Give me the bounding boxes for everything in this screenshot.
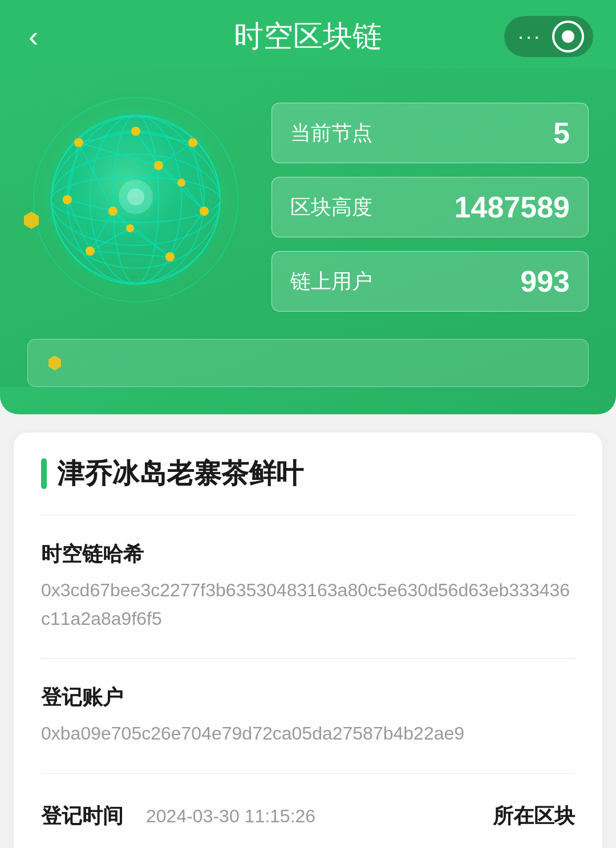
svg-point-38 (165, 252, 175, 261)
svg-point-41 (131, 127, 140, 136)
stat-card-users: 链上用户 993 (271, 251, 589, 312)
stat-height-label: 区块高度 (290, 193, 372, 221)
divider-2 (41, 658, 575, 659)
svg-marker-0 (24, 212, 39, 229)
back-button[interactable]: ‹ (23, 22, 44, 51)
hash-value: 0x3cd67bee3c2277f3b63530483163a80c5e630d… (41, 576, 575, 633)
reg-time-label: 登记时间 (41, 802, 132, 830)
card-title: 津乔冰岛老寨茶鲜叶 (57, 455, 303, 492)
record-icon (562, 30, 574, 43)
svg-point-45 (127, 188, 144, 205)
stat-node-label: 当前节点 (290, 119, 372, 147)
svg-point-37 (86, 247, 95, 256)
header-actions: ··· (504, 16, 593, 57)
page-title: 时空区块链 (234, 17, 382, 56)
svg-marker-46 (48, 356, 61, 370)
reg-time-value: 2024-03-30 11:15:26 (146, 806, 493, 827)
ticker-bar (27, 339, 589, 387)
more-button[interactable]: ··· (513, 25, 552, 49)
svg-point-34 (154, 161, 163, 170)
title-accent-bar (41, 458, 47, 489)
stats-panel: 当前节点 5 区块高度 1487589 链上用户 993 (271, 91, 589, 312)
reg-time-row: 登记时间 2024-03-30 11:15:26 所在区块 (41, 792, 575, 841)
svg-point-36 (108, 207, 117, 216)
svg-point-33 (74, 138, 83, 147)
stat-users-value: 993 (520, 264, 570, 298)
stat-node-value: 5 (553, 116, 570, 150)
info-card: 津乔冰岛老寨茶鲜叶 时空链哈希 0x3cd67bee3c2277f3b63530… (14, 433, 602, 848)
hash-label: 时空链哈希 (41, 540, 575, 568)
block-label: 所在区块 (493, 802, 575, 830)
svg-point-43 (126, 224, 134, 232)
hero-section: 当前节点 5 区块高度 1487589 链上用户 993 (0, 68, 616, 387)
globe-visualization (44, 108, 227, 291)
account-field: 登记账户 0xba09e705c26e704e79d72ca05da27587b… (41, 677, 575, 755)
stat-height-value: 1487589 (455, 190, 570, 224)
app-header: ‹ 时空区块链 ··· (0, 0, 616, 68)
stat-card-height: 区块高度 1487589 (271, 177, 589, 237)
hash-field: 时空链哈希 0x3cd67bee3c2277f3b63530483163a80c… (41, 534, 575, 640)
divider-1 (41, 515, 575, 515)
stat-users-label: 链上用户 (290, 268, 372, 296)
ticker-hex-icon (46, 354, 63, 371)
divider-3 (41, 773, 575, 774)
svg-point-42 (177, 179, 185, 187)
confirm-row: 区块确认 2024-03-30 11:15:26 1476001 (41, 841, 575, 848)
card-title-row: 津乔冰岛老寨茶鲜叶 (41, 455, 575, 492)
stat-card-nodes: 当前节点 5 (271, 103, 589, 163)
svg-point-35 (188, 138, 197, 147)
hex-dot-left-icon (22, 211, 41, 230)
account-label: 登记账户 (41, 684, 575, 712)
hero-bottom (0, 387, 616, 414)
svg-point-39 (200, 207, 209, 216)
account-value: 0xba09e705c26e704e79d72ca05da27587b4b22a… (41, 720, 575, 748)
record-button[interactable] (552, 21, 584, 53)
svg-point-40 (63, 195, 72, 204)
globe-container (27, 91, 244, 308)
